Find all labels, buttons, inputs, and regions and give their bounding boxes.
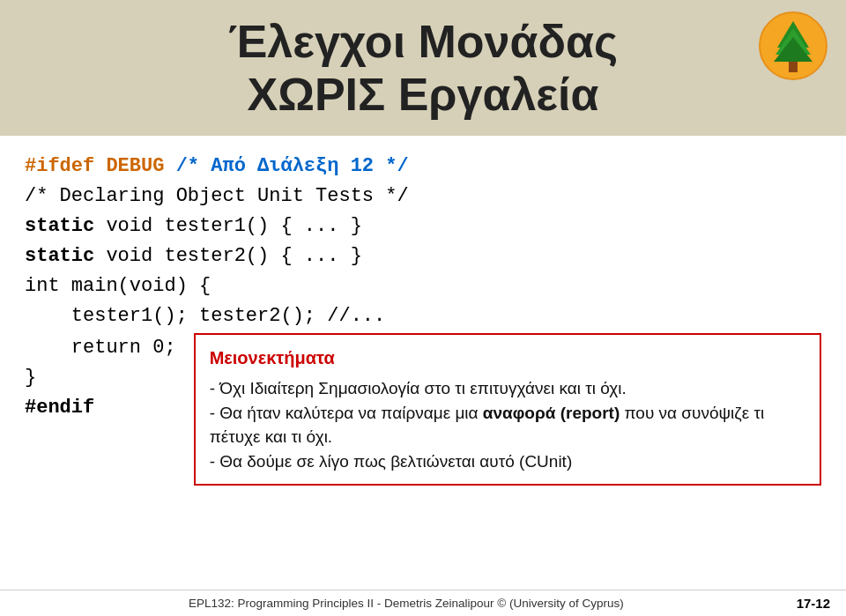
header-section: Έλεγχοι Μονάδας ΧΩΡΙΣ Εργαλεία	[0, 0, 846, 136]
code-line-2: /* Declaring Object Unit Tests */	[25, 182, 821, 212]
header-title-line1: Έλεγχοι Μονάδας	[228, 16, 618, 67]
code-line-5: int main(void) {	[25, 271, 821, 301]
popup-bullet2: - Θα ήταν καλύτερα να παίρναμε μια αναφο…	[210, 401, 805, 449]
footer-page: 17-12	[797, 596, 830, 611]
header-title: Έλεγχοι Μονάδας ΧΩΡΙΣ Εργαλεία	[9, 16, 837, 122]
code-line-6: tester1(); tester2(); //...	[25, 301, 821, 331]
code-line-1: #ifdef DEBUG /* Από Διάλεξη 12 */	[25, 152, 821, 182]
code-line-8: }	[25, 363, 176, 393]
ifdef-keyword: #ifdef	[25, 155, 94, 177]
popup-box: Μειονεκτήματα - Όχι Ιδιαίτερη Σημασιολογ…	[194, 333, 821, 486]
popup-title: Μειονεκτήματα	[210, 345, 805, 371]
lecture-comment: /* Από Διάλεξη 12 */	[164, 155, 408, 177]
popup-bullet1: - Όχι Ιδιαίτερη Σημασιολογία στο τι επιτ…	[210, 376, 805, 401]
popup-body: - Όχι Ιδιαίτερη Σημασιολογία στο τι επιτ…	[210, 376, 805, 473]
bottom-row: return 0; } #endif Μειονεκτήματα - Όχι Ι…	[25, 333, 821, 486]
main-content: #ifdef DEBUG /* Από Διάλεξη 12 */ /* Dec…	[0, 136, 846, 486]
code-line-7: return 0;	[25, 333, 176, 363]
code-block-bottom-left: return 0; } #endif	[25, 333, 185, 423]
logo	[758, 11, 828, 81]
code-block-top: #ifdef DEBUG /* Από Διάλεξη 12 */ /* Dec…	[25, 152, 821, 332]
footer: EPL132: Programming Principles II - Deme…	[0, 590, 846, 616]
footer-label: EPL132: Programming Principles II - Deme…	[16, 597, 797, 610]
code-line-3: static void tester1() { ... }	[25, 212, 821, 241]
code-line-4: static void tester2() { ... }	[25, 241, 821, 271]
debug-keyword: DEBUG	[106, 155, 164, 177]
header-title-line2: ΧΩΡΙΣ Εργαλεία	[248, 69, 599, 120]
code-line-9: #endif	[25, 393, 176, 423]
popup-bullet3: - Θα δούμε σε λίγο πως βελτιώνεται αυτό …	[210, 449, 805, 474]
